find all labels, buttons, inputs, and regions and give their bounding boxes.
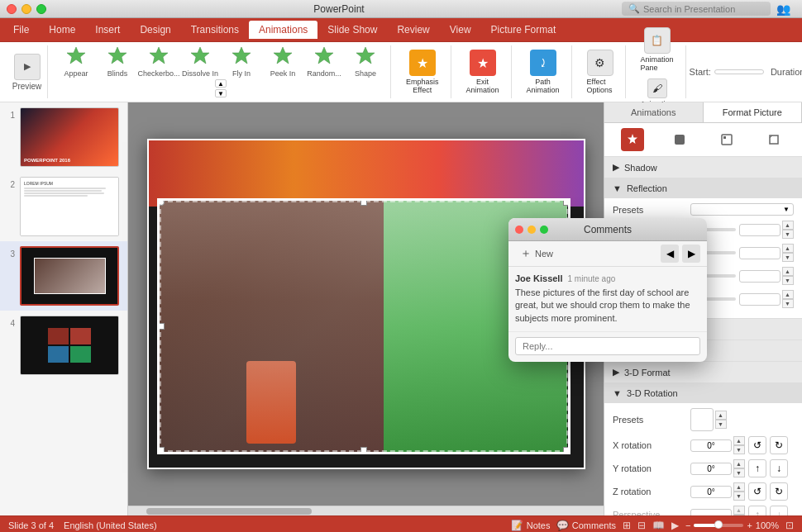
x-rotation-buttons[interactable]: ↺ ↻ bbox=[748, 436, 788, 454]
x-rot-ccw[interactable]: ↺ bbox=[748, 436, 766, 454]
slide-thumb-3[interactable]: 3 bbox=[0, 241, 127, 311]
anim-flyin[interactable]: Fly In bbox=[222, 45, 261, 78]
comments-button[interactable]: 💬 Comments bbox=[556, 520, 616, 531]
tab-review[interactable]: Review bbox=[387, 21, 439, 39]
z-rotation-input[interactable] bbox=[690, 486, 732, 498]
presets-dropdown[interactable]: ▼ bbox=[690, 203, 794, 216]
exit-animation-button[interactable]: ★ Exit Animation bbox=[460, 46, 506, 97]
blur-stepper[interactable]: ▲ ▼ bbox=[782, 267, 794, 285]
slides-view-icon[interactable]: ⊞ bbox=[623, 520, 631, 531]
zoom-in-icon[interactable]: + bbox=[747, 520, 752, 530]
format3d-header[interactable]: ▶ 3-D Format bbox=[604, 362, 802, 382]
transparency-up[interactable]: ▲ bbox=[782, 221, 794, 230]
perspective-stepper[interactable]: ▲ ▼ bbox=[733, 506, 745, 515]
emphasis-effect-button[interactable]: ★ Emphasis Effect bbox=[399, 46, 446, 97]
shadow-header[interactable]: ▶ Shadow bbox=[604, 157, 802, 178]
comments-close[interactable] bbox=[515, 226, 523, 234]
persp-down[interactable]: ↓ bbox=[770, 506, 788, 515]
anim-random[interactable]: Random... bbox=[304, 45, 344, 78]
anim-blinds[interactable]: Blinds bbox=[98, 45, 137, 78]
distance-stepper[interactable]: ▲ ▼ bbox=[782, 290, 794, 308]
rotation3d-header[interactable]: ▼ 3-D Rotation bbox=[604, 383, 802, 403]
zoom-control[interactable]: − + 100% bbox=[685, 520, 779, 530]
tab-home[interactable]: Home bbox=[39, 21, 85, 39]
people-icon[interactable]: 👥 bbox=[771, 2, 795, 16]
tab-slideshow[interactable]: Slide Show bbox=[317, 21, 387, 39]
transparency-stepper[interactable]: ▲ ▼ bbox=[782, 221, 794, 239]
z-rotation-stepper[interactable]: ▲ ▼ bbox=[733, 482, 745, 501]
effects-icon[interactable] bbox=[621, 128, 644, 151]
tab-picture-format[interactable]: Picture Format bbox=[481, 21, 566, 39]
comment-prev[interactable]: ◀ bbox=[661, 245, 679, 263]
new-comment-button[interactable]: ＋ New bbox=[515, 245, 558, 263]
zoom-out-icon[interactable]: − bbox=[685, 520, 690, 530]
fit-icon[interactable]: ⊡ bbox=[785, 520, 794, 531]
start-input[interactable] bbox=[714, 69, 764, 74]
comments-maximize[interactable] bbox=[540, 226, 548, 234]
anim-peekin[interactable]: Peek In bbox=[263, 45, 303, 78]
tab-insert[interactable]: Insert bbox=[85, 21, 130, 39]
anim-checkerboard[interactable]: Checkerbo... bbox=[139, 45, 179, 78]
distance-value[interactable] bbox=[739, 293, 781, 306]
anim-dissolve[interactable]: Dissolve In bbox=[180, 45, 220, 78]
minimize-button[interactable] bbox=[21, 4, 31, 14]
z-rot-cw[interactable]: ↻ bbox=[770, 482, 788, 501]
perspective-input[interactable] bbox=[690, 509, 732, 516]
fill-icon[interactable] bbox=[668, 128, 691, 151]
size-icon[interactable] bbox=[762, 128, 785, 151]
rot-preset-box[interactable] bbox=[690, 408, 714, 431]
tab-file[interactable]: File bbox=[3, 21, 39, 39]
tab-animations[interactable]: Animations bbox=[249, 21, 317, 39]
zoom-slider[interactable] bbox=[694, 524, 743, 527]
slide-thumb-1[interactable]: 1 POWERPOINT 2016 bbox=[0, 102, 127, 172]
animation-scroll[interactable]: ▲ ▼ bbox=[213, 78, 228, 99]
comment-next[interactable]: ▶ bbox=[682, 245, 700, 263]
tab-format-picture[interactable]: Format Picture bbox=[704, 102, 803, 122]
x-rot-cw[interactable]: ↻ bbox=[770, 436, 788, 454]
rot-presets-stepper[interactable]: ▲ ▼ bbox=[715, 411, 727, 429]
transparency-down[interactable]: ▼ bbox=[782, 230, 794, 239]
comment-reply[interactable] bbox=[515, 337, 700, 355]
preview-button[interactable]: ▶ bbox=[14, 54, 41, 80]
slide-thumb-2[interactable]: 2 LOREM IPSUM bbox=[0, 172, 127, 241]
scrollbar-thumb[interactable] bbox=[146, 508, 312, 515]
layout-icon[interactable] bbox=[715, 128, 738, 151]
comments-window-controls[interactable] bbox=[515, 226, 548, 234]
zoom-thumb[interactable] bbox=[714, 520, 723, 529]
reply-input[interactable] bbox=[515, 337, 700, 355]
persp-up[interactable]: ↑ bbox=[748, 506, 766, 515]
transparency-value[interactable] bbox=[739, 224, 781, 236]
x-rotation-input[interactable] bbox=[690, 439, 732, 452]
perspective-buttons[interactable]: ↑ ↓ bbox=[748, 506, 788, 515]
reading-view-icon[interactable]: 📖 bbox=[652, 520, 665, 531]
path-animation-button[interactable]: ⤸ Path Animation bbox=[520, 46, 566, 97]
effect-options-button[interactable]: ⚙ Effect Options bbox=[580, 46, 620, 97]
y-rot-up[interactable]: ↑ bbox=[748, 459, 766, 477]
anim-appear[interactable]: Appear bbox=[56, 45, 96, 78]
z-rotation-buttons[interactable]: ↺ ↻ bbox=[748, 482, 788, 501]
tab-view[interactable]: View bbox=[440, 21, 481, 39]
slide-thumb-4[interactable]: 4 bbox=[0, 311, 127, 380]
comments-minimize[interactable] bbox=[528, 226, 536, 234]
tab-animations-panel[interactable]: Animations bbox=[604, 102, 704, 122]
reflection-header[interactable]: ▼ Reflection bbox=[604, 178, 802, 198]
y-rotation-input[interactable] bbox=[690, 463, 732, 475]
size-stepper[interactable]: ▲ ▼ bbox=[782, 244, 794, 262]
window-controls[interactable] bbox=[7, 4, 46, 14]
x-rotation-stepper[interactable]: ▲ ▼ bbox=[733, 436, 745, 454]
grid-view-icon[interactable]: ⊟ bbox=[637, 520, 646, 531]
size-value[interactable] bbox=[739, 247, 781, 259]
blur-value[interactable] bbox=[739, 270, 781, 283]
notes-button[interactable]: 📝 Notes bbox=[511, 520, 550, 531]
tab-transitions[interactable]: Transitions bbox=[181, 21, 249, 39]
y-rotation-buttons[interactable]: ↑ ↓ bbox=[748, 459, 788, 477]
z-rot-ccw[interactable]: ↺ bbox=[748, 482, 766, 501]
tab-design[interactable]: Design bbox=[130, 21, 180, 39]
maximize-button[interactable] bbox=[36, 4, 46, 14]
anim-shape[interactable]: Shape bbox=[346, 45, 385, 78]
presentation-view-icon[interactable]: ▶ bbox=[671, 520, 679, 531]
search-bar[interactable]: 🔍 Search in Presentation bbox=[622, 2, 771, 16]
horizontal-scrollbar[interactable] bbox=[128, 506, 604, 515]
animation-pane-button[interactable]: 📋 Animation Pane bbox=[634, 24, 680, 75]
y-rotation-stepper[interactable]: ▲ ▼ bbox=[733, 459, 745, 477]
